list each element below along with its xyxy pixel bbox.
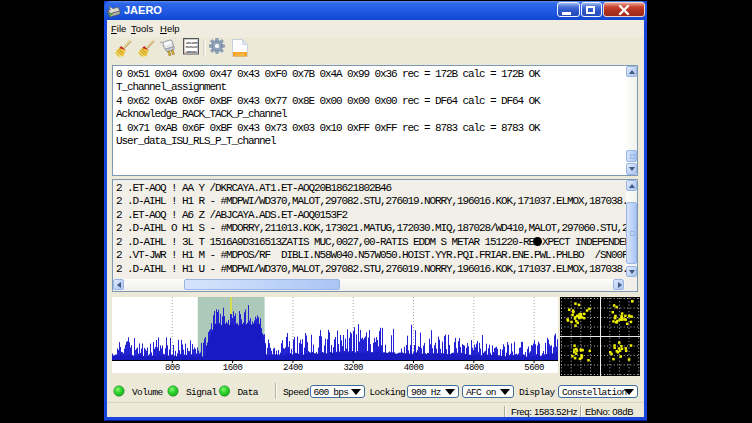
svg-text:4800: 4800 (464, 363, 484, 373)
svg-text:2400: 2400 (283, 363, 303, 373)
svg-text:4000: 4000 (404, 363, 424, 373)
svg-text:800: 800 (165, 363, 180, 373)
svg-text:5600: 5600 (524, 363, 544, 373)
svg-text:LOG: LOG (236, 53, 244, 57)
svg-text:100101: 100101 (185, 49, 198, 54)
svg-text:3200: 3200 (343, 363, 363, 373)
svg-text:1600: 1600 (223, 363, 243, 373)
